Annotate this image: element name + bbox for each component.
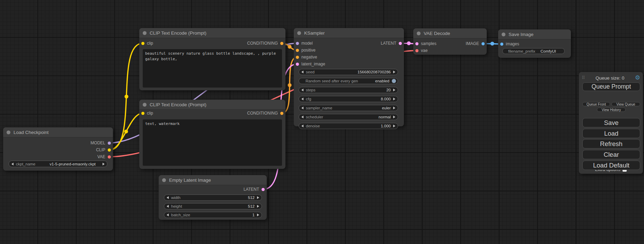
right-arrow-icon[interactable] [393, 98, 395, 100]
latent-output-port[interactable] [262, 188, 265, 191]
widget-label: cfg [306, 97, 311, 101]
link-midpoint-dot [288, 45, 292, 49]
random-seed-toggle-widget[interactable]: Random seed after every gen enabled [299, 78, 398, 84]
left-arrow-icon[interactable] [301, 107, 303, 109]
right-arrow-icon[interactable] [393, 89, 395, 91]
image-output-port[interactable] [482, 42, 485, 45]
clip-input-port[interactable] [141, 112, 144, 115]
widget-label: Random seed after every gen [306, 79, 358, 83]
link-midpoint-dot [288, 83, 292, 87]
ckpt-name-widget[interactable]: ckpt_name v1-5-pruned-emaonly.ckpt [9, 161, 107, 167]
vae-output-port[interactable] [108, 155, 111, 159]
node-graph-canvas[interactable]: Load Checkpoint MODEL CLIP VAE ckpt_name… [0, 0, 644, 244]
left-arrow-icon[interactable] [301, 116, 303, 118]
model-input-port[interactable] [296, 42, 299, 45]
load-button[interactable]: Load [582, 129, 640, 138]
output-label: MODEL [90, 141, 105, 145]
batch-size-widget[interactable]: batch_size 1 [164, 212, 262, 218]
conditioning-output-port[interactable] [280, 42, 283, 45]
widget-value: 1 [253, 213, 255, 217]
left-arrow-icon[interactable] [167, 205, 169, 208]
widget-value: ComfyUI [540, 49, 556, 53]
node-load-checkpoint[interactable]: Load Checkpoint MODEL CLIP VAE ckpt_name… [3, 127, 113, 171]
save-button[interactable]: Save [582, 118, 640, 127]
node-clip-text-encode-negative[interactable]: CLIP Text Encode (Prompt) clip CONDITION… [139, 100, 285, 169]
settings-gear-icon[interactable]: ⚙ [635, 75, 640, 81]
view-queue-button[interactable]: View Queue [611, 102, 640, 106]
node-title-bar[interactable]: CLIP Text Encode (Prompt) [139, 100, 285, 110]
collapse-dot-icon[interactable] [297, 31, 301, 35]
node-ksampler[interactable]: KSampler model LATENT positive negative … [294, 28, 404, 126]
left-arrow-icon[interactable] [301, 71, 303, 73]
node-title-bar[interactable]: Load Checkpoint [3, 127, 113, 137]
right-arrow-icon[interactable] [257, 214, 259, 216]
samples-input-port[interactable] [415, 42, 418, 45]
seed-widget[interactable]: seed 156680208700286 [299, 69, 398, 75]
widget-value: 8.000 [381, 97, 391, 101]
left-arrow-icon[interactable] [11, 163, 14, 165]
scheduler-widget[interactable]: scheduler normal [299, 114, 398, 120]
denoise-widget[interactable]: denoise 1.000 [299, 123, 398, 129]
latent-image-input-port[interactable] [296, 63, 299, 66]
right-arrow-icon[interactable] [393, 107, 395, 109]
left-arrow-icon[interactable] [301, 89, 303, 91]
node-empty-latent-image[interactable]: Empty Latent Image LATENT width 512 heig… [159, 175, 267, 220]
right-arrow-icon[interactable] [393, 116, 395, 118]
collapse-dot-icon[interactable] [162, 178, 166, 182]
collapse-dot-icon[interactable] [502, 33, 505, 36]
node-title-bar[interactable]: Save Image [498, 29, 571, 39]
collapse-dot-icon[interactable] [143, 31, 147, 35]
right-arrow-icon[interactable] [393, 125, 395, 127]
drag-handle-icon[interactable]: ⠿ [582, 76, 585, 80]
height-widget[interactable]: height 512 [164, 203, 262, 209]
toggle-circle-icon[interactable] [392, 79, 396, 83]
load-default-button[interactable]: Load Default [582, 161, 640, 170]
clear-button[interactable]: Clear [582, 150, 640, 159]
queue-prompt-button[interactable]: Queue Prompt [582, 82, 640, 91]
node-title: KSampler [304, 30, 325, 36]
node-vae-decode[interactable]: VAE Decode samples IMAGE vae [413, 28, 487, 55]
widget-label: seed [306, 70, 315, 74]
prompt-textarea[interactable]: beautiful scenery nature glass bottle la… [143, 49, 282, 88]
node-title: Empty Latent Image [169, 178, 211, 183]
collapse-dot-icon[interactable] [417, 31, 421, 35]
negative-input-port[interactable] [296, 56, 299, 59]
conditioning-output-port[interactable] [280, 112, 283, 115]
clip-input-port[interactable] [141, 42, 144, 45]
view-history-button[interactable]: View History [597, 108, 626, 112]
node-title-bar[interactable]: VAE Decode [413, 28, 487, 38]
vae-input-port[interactable] [415, 49, 418, 52]
right-arrow-icon[interactable] [103, 163, 105, 165]
collapse-dot-icon[interactable] [7, 130, 10, 134]
sampler-name-widget[interactable]: sampler_name euler [299, 105, 398, 111]
node-title-bar[interactable]: Empty Latent Image [159, 175, 267, 185]
left-arrow-icon[interactable] [167, 196, 169, 199]
right-arrow-icon[interactable] [257, 196, 259, 199]
latent-output-port[interactable] [399, 42, 402, 45]
left-arrow-icon[interactable] [167, 214, 169, 216]
prompt-textarea[interactable]: text, watermark [143, 119, 282, 166]
collapse-dot-icon[interactable] [143, 103, 147, 107]
node-title-bar[interactable]: CLIP Text Encode (Prompt) [139, 28, 285, 38]
right-arrow-icon[interactable] [393, 71, 395, 73]
model-output-port[interactable] [108, 142, 111, 145]
link-midpoint-dot [407, 42, 411, 45]
positive-input-port[interactable] [296, 49, 299, 52]
cfg-widget[interactable]: cfg 8.000 [299, 96, 398, 102]
node-clip-text-encode-positive[interactable]: CLIP Text Encode (Prompt) clip CONDITION… [139, 28, 285, 90]
node-title-bar[interactable]: KSampler [294, 28, 404, 38]
node-save-image[interactable]: Save Image images filename_prefix ComfyU… [498, 29, 571, 58]
clip-output-port[interactable] [108, 148, 111, 152]
left-arrow-icon[interactable] [301, 125, 303, 127]
refresh-button[interactable]: Refresh [582, 139, 640, 148]
left-arrow-icon[interactable] [301, 98, 303, 100]
queue-menu-panel: ⠿ Queue size: 0 ⚙ Queue Prompt Extra opt… [579, 72, 643, 174]
right-arrow-icon[interactable] [257, 205, 259, 208]
width-widget[interactable]: width 512 [164, 195, 262, 201]
output-label: CLIP [96, 147, 105, 152]
steps-widget[interactable]: steps 20 [299, 87, 398, 93]
widget-label: sampler_name [306, 106, 332, 110]
queue-front-button[interactable]: Queue Front [582, 102, 610, 106]
filename-prefix-widget[interactable]: filename_prefix ComfyUI [502, 48, 565, 54]
images-input-port[interactable] [500, 43, 503, 46]
